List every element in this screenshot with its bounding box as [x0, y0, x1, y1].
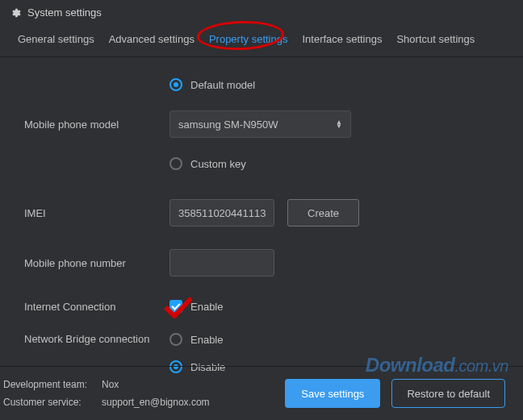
- footer-info: Development team: Nox Customer service: …: [3, 379, 210, 408]
- checkbox-internet-enable[interactable]: Enable: [169, 297, 223, 316]
- radio-label-default-model: Default model: [190, 79, 255, 91]
- tab-shortcut[interactable]: Shortcut settings: [396, 33, 475, 45]
- label-mobile-phone-model: Mobile phone model: [24, 119, 169, 131]
- footer: Development team: Nox Customer service: …: [0, 367, 523, 420]
- customer-service-value: support_en@bignox.com: [102, 397, 210, 408]
- content: Mobile phone model Default model samsung…: [0, 57, 523, 376]
- tab-interface[interactable]: Interface settings: [302, 33, 382, 45]
- radio-indicator: [169, 333, 182, 346]
- radio-indicator: [169, 78, 182, 91]
- phone-number-input[interactable]: [169, 249, 274, 277]
- customer-service-label: Customer service:: [3, 397, 102, 408]
- model-select-value: samsung SM-N950W: [178, 119, 278, 131]
- label-imei: IMEI: [24, 207, 169, 219]
- create-button[interactable]: Create: [287, 199, 359, 227]
- radio-bridge-enable[interactable]: Enable: [169, 330, 225, 349]
- tab-property[interactable]: Property settings: [209, 33, 288, 45]
- radio-indicator: [169, 157, 182, 170]
- radio-label-bridge-enable: Enable: [190, 334, 223, 346]
- radio-custom-key[interactable]: Custom key: [169, 154, 351, 173]
- checkbox-label-enable: Enable: [190, 301, 223, 313]
- label-phone-number: Mobile phone number: [24, 257, 169, 269]
- dev-team-value: Nox: [102, 379, 119, 390]
- model-select[interactable]: samsung SM-N950W ▲▼: [169, 110, 351, 138]
- updown-icon: ▲▼: [336, 120, 342, 128]
- radio-label-custom-key: Custom key: [190, 158, 246, 170]
- titlebar: System settings: [0, 0, 523, 25]
- label-network-bridge: Network Bridge connection: [24, 330, 169, 345]
- restore-button[interactable]: Restore to default: [391, 379, 505, 408]
- dev-team-label: Development team:: [3, 379, 102, 390]
- tab-advanced[interactable]: Advanced settings: [109, 33, 195, 45]
- window-title: System settings: [27, 6, 102, 19]
- radio-default-model[interactable]: Default model: [169, 75, 351, 94]
- imei-input[interactable]: [169, 199, 274, 227]
- footer-actions: Save settings Restore to default: [285, 379, 505, 408]
- tab-general[interactable]: General settings: [18, 33, 94, 45]
- checkbox-indicator: [169, 300, 182, 313]
- tabs: General settings Advanced settings Prope…: [0, 25, 523, 57]
- save-button[interactable]: Save settings: [285, 379, 380, 408]
- label-internet-connection: Internet Connection: [24, 301, 169, 313]
- gear-icon: [10, 7, 21, 19]
